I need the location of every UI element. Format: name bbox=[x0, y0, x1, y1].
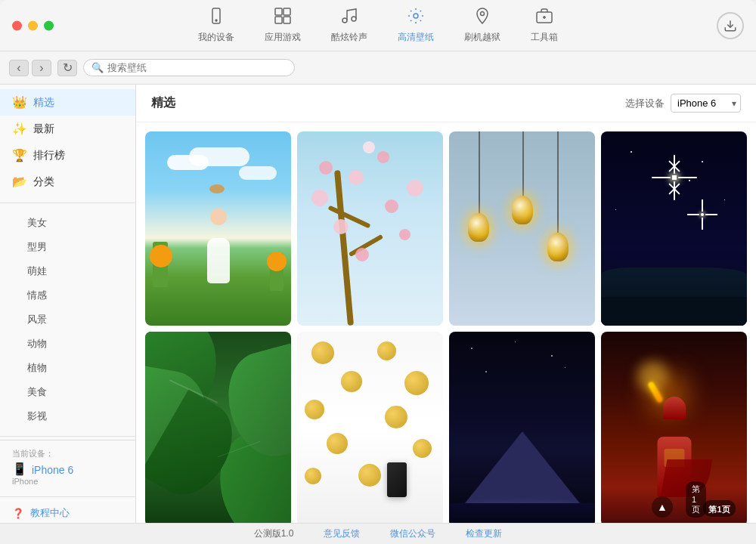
svg-point-1 bbox=[215, 20, 217, 21]
wechat-link[interactable]: 微信公众号 bbox=[390, 527, 435, 540]
svg-point-7 bbox=[352, 17, 356, 21]
toolbar: ‹ › ↻ 🔍 bbox=[0, 51, 756, 85]
svg-point-6 bbox=[342, 18, 347, 23]
content-area: 精选 选择设备 iPhone 6 iPhone 7 iPhone 8 iPhon… bbox=[136, 85, 756, 523]
toolbox-icon bbox=[535, 7, 553, 28]
wallpaper-girl-sunflower[interactable] bbox=[145, 131, 291, 326]
device-name: iPhone 6 bbox=[32, 464, 73, 476]
window-controls bbox=[12, 20, 54, 30]
sidebar: 👑 精选 ✨ 最新 🏆 排行榜 📂 分类 美女 型男 萌娃 情感 风景 动物 bbox=[0, 85, 136, 523]
device-select-label: 选择设备 bbox=[625, 97, 665, 110]
device-dropdown-wrapper: iPhone 6 iPhone 7 iPhone 8 iPhone X iPho… bbox=[671, 94, 741, 113]
wallpaper-grid: 第1页 bbox=[136, 122, 756, 523]
search-input[interactable] bbox=[107, 62, 287, 73]
sidebar-item-movies[interactable]: 影视 bbox=[0, 404, 135, 428]
nav-buttons: ‹ › bbox=[9, 60, 51, 76]
device-select-row: 选择设备 iPhone 6 iPhone 7 iPhone 8 iPhone X… bbox=[625, 94, 741, 113]
svg-rect-5 bbox=[284, 17, 290, 23]
forward-button[interactable]: › bbox=[32, 60, 51, 76]
sidebar-category-label: 分类 bbox=[33, 175, 54, 189]
sidebar-item-category[interactable]: 📂 分类 bbox=[0, 168, 135, 195]
tab-wallpapers-label: 高清壁纸 bbox=[398, 31, 434, 44]
sidebar-item-scenery[interactable]: 风景 bbox=[0, 308, 135, 332]
sidebar-item-plants[interactable]: 植物 bbox=[0, 356, 135, 380]
device-info: 当前设备： 📱 iPhone 6 iPhone bbox=[0, 440, 135, 493]
category-icon: 📂 bbox=[12, 175, 27, 189]
tab-jailbreak-label: 刷机越狱 bbox=[464, 31, 500, 44]
wallpaper-bulbs[interactable] bbox=[449, 131, 595, 326]
nav-tabs: 我的设备 应用游戏 酷炫铃声 高清壁纸 刷机越狱 bbox=[12, 7, 744, 44]
search-box: 🔍 bbox=[83, 59, 295, 76]
sidebar-divider-2 bbox=[0, 436, 135, 437]
feedback-link[interactable]: 意见反馈 bbox=[324, 527, 360, 540]
tutorial-icon: ❓ bbox=[12, 508, 24, 519]
sidebar-item-ranking[interactable]: 🏆 排行榜 bbox=[0, 142, 135, 168]
update-link[interactable]: 检查更新 bbox=[466, 527, 502, 540]
sidebar-divider bbox=[0, 202, 135, 203]
jailbreak-icon bbox=[473, 7, 491, 28]
latest-icon: ✨ bbox=[12, 122, 27, 136]
tab-toolbox-label: 工具箱 bbox=[531, 31, 558, 44]
wallpaper-grid-wrapper: 第1页 ▲ 第1页 bbox=[136, 122, 756, 523]
svg-rect-4 bbox=[275, 17, 282, 23]
tab-my-device[interactable]: 我的设备 bbox=[198, 7, 234, 44]
current-device-label: 当前设备： bbox=[12, 448, 123, 459]
sidebar-item-tutorial[interactable]: ❓ 教程中心 bbox=[0, 500, 135, 523]
sidebar-divider-3 bbox=[0, 496, 135, 497]
apps-icon bbox=[274, 7, 292, 28]
close-button[interactable] bbox=[12, 20, 22, 30]
tab-jailbreak[interactable]: 刷机越狱 bbox=[464, 7, 500, 44]
statusbar: 公测版1.0 意见反馈 微信公众号 检查更新 bbox=[0, 523, 756, 544]
device-dropdown[interactable]: iPhone 6 iPhone 7 iPhone 8 iPhone X iPho… bbox=[671, 94, 741, 113]
sidebar-main-section: 👑 精选 ✨ 最新 🏆 排行榜 📂 分类 bbox=[0, 85, 135, 199]
sidebar-item-cute[interactable]: 萌娃 bbox=[0, 259, 135, 283]
wallpaper-pyramid[interactable] bbox=[449, 332, 595, 523]
wallpaper-polka-dots[interactable] bbox=[297, 332, 443, 523]
sidebar-sub-section: 美女 型男 萌娃 情感 风景 动物 植物 美食 影视 bbox=[0, 206, 135, 433]
svg-rect-2 bbox=[275, 8, 282, 15]
maximize-button[interactable] bbox=[44, 20, 54, 30]
sidebar-item-beauty[interactable]: 美女 bbox=[0, 211, 135, 235]
wallpaper-superhero[interactable]: 第1页 bbox=[601, 332, 747, 523]
tab-wallpapers[interactable]: 高清壁纸 bbox=[398, 7, 434, 44]
sidebar-item-handsome[interactable]: 型男 bbox=[0, 235, 135, 259]
sidebar-item-featured[interactable]: 👑 精选 bbox=[0, 89, 135, 116]
version-label: 公测版1.0 bbox=[254, 527, 294, 540]
tab-apps[interactable]: 应用游戏 bbox=[265, 7, 301, 44]
ringtones-icon bbox=[340, 7, 358, 28]
sidebar-latest-label: 最新 bbox=[33, 122, 54, 136]
wallpapers-icon bbox=[407, 7, 425, 28]
tab-ringtones[interactable]: 酷炫铃声 bbox=[331, 7, 367, 44]
tutorial-label: 教程中心 bbox=[30, 506, 70, 520]
refresh-button[interactable]: ↻ bbox=[57, 60, 77, 76]
page-indicator: 第1页 bbox=[686, 481, 706, 518]
scroll-to-top-button[interactable]: ▲ bbox=[652, 496, 673, 518]
svg-rect-3 bbox=[284, 8, 290, 15]
svg-point-9 bbox=[481, 12, 485, 16]
tab-toolbox[interactable]: 工具箱 bbox=[531, 7, 558, 44]
sidebar-ranking-label: 排行榜 bbox=[33, 149, 65, 162]
content-header: 精选 选择设备 iPhone 6 iPhone 7 iPhone 8 iPhon… bbox=[136, 85, 756, 122]
tab-my-device-label: 我的设备 bbox=[198, 31, 234, 44]
sidebar-featured-label: 精选 bbox=[33, 96, 54, 110]
tab-apps-label: 应用游戏 bbox=[265, 31, 301, 44]
main-area: 👑 精选 ✨ 最新 🏆 排行榜 📂 分类 美女 型男 萌娃 情感 风景 动物 bbox=[0, 85, 756, 523]
device-type: iPhone bbox=[12, 477, 123, 486]
content-title: 精选 bbox=[151, 95, 175, 111]
search-icon: 🔍 bbox=[91, 62, 104, 73]
my-device-icon bbox=[207, 7, 225, 28]
download-button[interactable] bbox=[717, 12, 744, 39]
wallpaper-leaves[interactable] bbox=[145, 332, 291, 523]
sidebar-item-animals[interactable]: 动物 bbox=[0, 332, 135, 356]
sidebar-item-food[interactable]: 美食 bbox=[0, 380, 135, 404]
wallpaper-fireworks[interactable] bbox=[601, 131, 747, 326]
back-button[interactable]: ‹ bbox=[9, 60, 29, 76]
sidebar-item-latest[interactable]: ✨ 最新 bbox=[0, 116, 135, 142]
featured-icon: 👑 bbox=[12, 95, 27, 110]
tab-ringtones-label: 酷炫铃声 bbox=[331, 31, 367, 44]
svg-point-8 bbox=[414, 14, 418, 18]
phone-icon: 📱 bbox=[12, 462, 27, 476]
wallpaper-cherry-blossom[interactable] bbox=[297, 131, 443, 326]
minimize-button[interactable] bbox=[28, 20, 38, 30]
sidebar-item-emotion[interactable]: 情感 bbox=[0, 283, 135, 308]
